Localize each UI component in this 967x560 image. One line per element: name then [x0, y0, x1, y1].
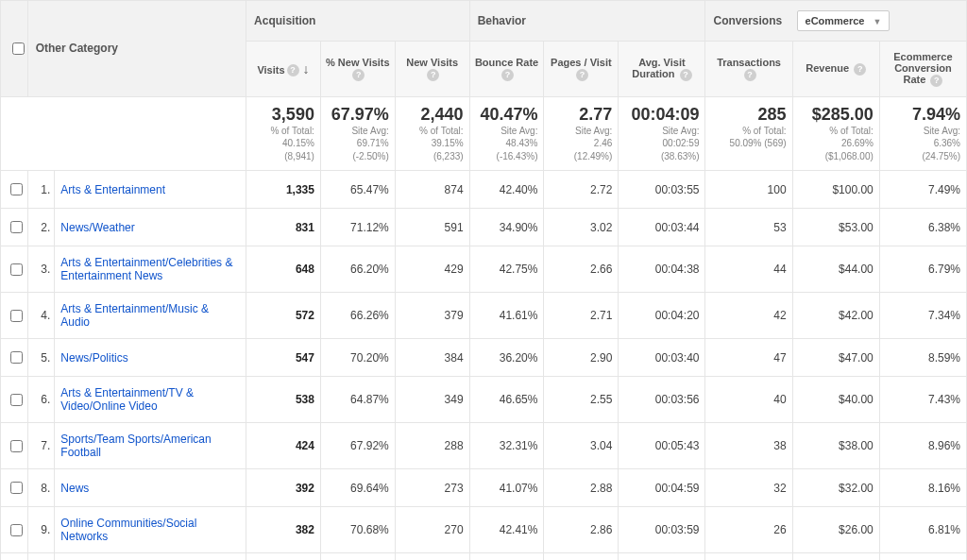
- summary-row: 3,590 % of Total: 40.15% (8,941) 67.97% …: [1, 96, 967, 171]
- cell-avg-duration: 00:04:20: [619, 293, 705, 339]
- cell-pages-visit: 2.90: [544, 339, 619, 377]
- category-link[interactable]: News: [60, 482, 89, 495]
- help-icon[interactable]: ?: [501, 69, 514, 81]
- cell-avg-duration: 00:04:38: [619, 246, 705, 293]
- summary-transactions: 285 % of Total: 50.09% (569): [705, 96, 792, 171]
- summary-sub: 69.71%: [327, 137, 389, 150]
- select-all-cell: [1, 1, 28, 97]
- row-checkbox[interactable]: [10, 183, 23, 195]
- summary-revenue: $285.00 % of Total: 26.69% ($1,068.00): [792, 96, 879, 171]
- table-row: 7.Sports/Team Sports/American Football42…: [1, 423, 967, 469]
- category-link[interactable]: Sports/Team Sports/American Football: [60, 433, 211, 459]
- cell-ecr: 4.99%: [879, 553, 966, 560]
- row-index: 10.: [27, 553, 55, 560]
- category-link[interactable]: Arts & Entertainment: [60, 183, 165, 196]
- summary-sub: 00:02:59: [624, 137, 699, 150]
- table-row: 1.Arts & Entertainment1,33565.47%87442.4…: [1, 171, 967, 209]
- col-new-visits[interactable]: New Visits ?: [395, 42, 469, 97]
- row-checkbox-cell: [1, 553, 28, 560]
- cell-transactions: 42: [705, 293, 792, 339]
- cell-bounce-rate: 41.61%: [469, 293, 544, 339]
- summary-sub: Site Avg:: [476, 125, 538, 138]
- category-link[interactable]: News/Weather: [60, 221, 134, 234]
- cell-avg-duration: 00:05:43: [619, 423, 705, 469]
- summary-value: 00:04:09: [624, 105, 699, 125]
- help-icon[interactable]: ?: [854, 63, 866, 76]
- summary-bounce-rate: 40.47% Site Avg: 48.43% (-16.43%): [469, 96, 544, 171]
- category-link[interactable]: Arts & Entertainment/Music & Audio: [60, 302, 209, 329]
- help-icon[interactable]: ?: [930, 75, 942, 87]
- summary-sub: 48.43%: [476, 137, 538, 150]
- row-checkbox-cell: [1, 423, 28, 469]
- row-checkbox[interactable]: [10, 482, 23, 494]
- help-icon[interactable]: ?: [427, 69, 439, 81]
- col-avg-duration[interactable]: Avg. Visit Duration ?: [619, 42, 705, 97]
- col-pages-visit[interactable]: Pages / Visit ?: [544, 42, 619, 97]
- summary-sub: 26.69%: [799, 137, 874, 150]
- row-index: 5.: [27, 339, 55, 377]
- col-ecr[interactable]: Ecommerce Conversion Rate ?: [879, 42, 966, 97]
- row-checkbox[interactable]: [10, 351, 23, 364]
- row-checkbox[interactable]: [10, 263, 23, 276]
- row-checkbox[interactable]: [10, 440, 23, 452]
- cell-new-visits: 384: [395, 339, 469, 377]
- cell-avg-duration: 00:03:40: [619, 339, 705, 377]
- sort-down-icon: ↓: [303, 61, 310, 76]
- col-visits[interactable]: Visits?↓: [246, 42, 321, 97]
- row-checkbox-cell: [1, 469, 28, 507]
- cell-ecr: 6.38%: [879, 209, 966, 246]
- category-link[interactable]: Arts & Entertainment/TV & Video/Online V…: [60, 386, 194, 413]
- cell-revenue: $53.00: [792, 209, 879, 246]
- cell-pct-new-visits: 70.20%: [320, 339, 395, 377]
- category-link[interactable]: Arts & Entertainment/Celebrities & Enter…: [60, 256, 232, 282]
- summary-sub: (6,233): [401, 150, 464, 163]
- summary-sub: (-16.43%): [476, 150, 538, 163]
- row-checkbox[interactable]: [10, 524, 23, 536]
- cell-bounce-rate: 52.49%: [469, 553, 544, 560]
- cell-bounce-rate: 32.31%: [469, 423, 544, 469]
- cell-ecr: 8.16%: [879, 469, 966, 507]
- row-category: News/Weather: [55, 209, 246, 246]
- table-row: 8.News39269.64%27341.07%2.8800:04:5932$3…: [1, 469, 967, 507]
- group-header-row: Other Category Acquisition Behavior Conv…: [1, 1, 967, 42]
- cell-revenue: $44.00: [792, 246, 879, 293]
- cell-transactions: 26: [705, 507, 792, 553]
- help-icon[interactable]: ?: [680, 69, 692, 81]
- col-bounce-rate[interactable]: Bounce Rate ?: [469, 42, 544, 97]
- row-index: 6.: [27, 377, 55, 423]
- help-icon[interactable]: ?: [352, 69, 365, 81]
- category-link[interactable]: News/Politics: [60, 351, 127, 365]
- help-icon[interactable]: ?: [287, 64, 299, 76]
- cell-bounce-rate: 42.75%: [469, 246, 544, 293]
- cell-bounce-rate: 46.65%: [469, 377, 544, 423]
- row-checkbox[interactable]: [10, 394, 23, 406]
- col-revenue[interactable]: Revenue ?: [792, 42, 879, 97]
- cell-pages-visit: 2.71: [544, 293, 619, 339]
- row-index: 7.: [27, 423, 55, 469]
- conversions-selector[interactable]: eCommerce ▼: [797, 10, 891, 31]
- cell-new-visits: 591: [395, 209, 469, 246]
- summary-sub: % of Total:: [799, 125, 874, 138]
- select-all-checkbox[interactable]: [12, 42, 25, 55]
- cell-revenue: $100.00: [792, 171, 879, 209]
- help-icon[interactable]: ?: [576, 69, 588, 81]
- row-checkbox[interactable]: [10, 221, 23, 233]
- row-category: News: [55, 469, 246, 507]
- row-category: News/Politics: [55, 339, 246, 377]
- summary-sub: 39.15%: [401, 137, 464, 150]
- col-pct-new-visits[interactable]: % New Visits ?: [320, 42, 395, 97]
- col-transactions[interactable]: Transactions ?: [705, 42, 792, 97]
- cell-avg-duration: 00:03:59: [619, 507, 705, 553]
- category-link[interactable]: Online Communities/Social Networks: [60, 517, 196, 543]
- cell-transactions: 19: [705, 553, 792, 560]
- summary-sub: 40.15%: [252, 137, 314, 150]
- cell-revenue: $38.00: [792, 423, 879, 469]
- rows-body: 1.Arts & Entertainment1,33565.47%87442.4…: [1, 171, 967, 560]
- cell-pages-visit: 2.55: [544, 377, 619, 423]
- summary-value: $285.00: [799, 105, 874, 125]
- help-icon[interactable]: ?: [744, 69, 756, 81]
- cell-pages-visit: 2.86: [544, 507, 619, 553]
- table-row: 6.Arts & Entertainment/TV & Video/Online…: [1, 377, 967, 423]
- cell-transactions: 32: [705, 469, 792, 507]
- row-checkbox[interactable]: [10, 310, 23, 322]
